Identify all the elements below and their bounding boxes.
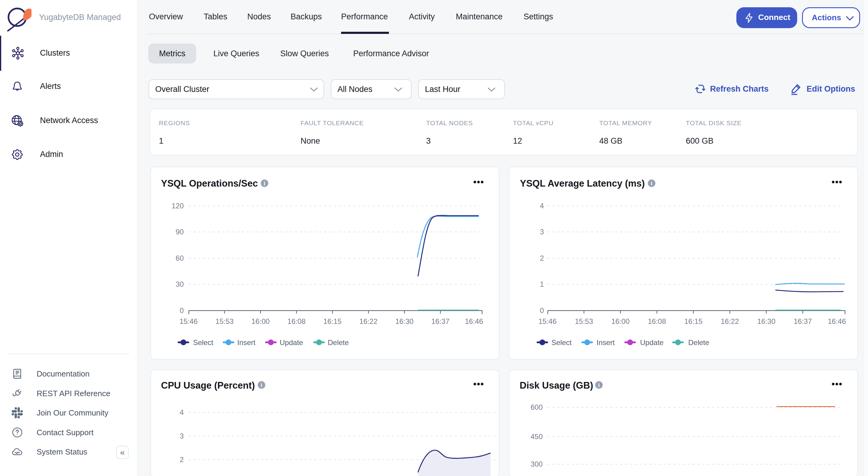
svg-text:16:46: 16:46 — [828, 317, 846, 326]
svg-text:16:37: 16:37 — [431, 317, 450, 326]
svg-text:600: 600 — [531, 403, 542, 411]
svg-text:CPU Usage (Percent): CPU Usage (Percent) — [161, 380, 255, 391]
svg-text:16:00: 16:00 — [251, 317, 270, 326]
svg-text:YSQL Average Latency (ms): YSQL Average Latency (ms) — [520, 178, 645, 189]
svg-text:i: i — [260, 382, 262, 388]
svg-text:16:00: 16:00 — [611, 317, 629, 326]
svg-text:16:15: 16:15 — [323, 317, 341, 326]
svg-text:Disk Usage (GB): Disk Usage (GB) — [520, 380, 593, 391]
svg-text:i: i — [264, 180, 265, 186]
svg-text:3: 3 — [180, 432, 184, 440]
svg-text:2: 2 — [180, 455, 184, 464]
svg-text:Insert: Insert — [596, 338, 615, 347]
svg-text:15:53: 15:53 — [216, 317, 234, 326]
svg-text:16:22: 16:22 — [359, 317, 377, 326]
svg-text:Delete: Delete — [328, 338, 349, 347]
svg-text:16:37: 16:37 — [794, 317, 812, 326]
svg-text:60: 60 — [176, 254, 184, 262]
svg-text:2: 2 — [540, 254, 544, 262]
svg-text:0: 0 — [180, 306, 184, 314]
svg-text:16:30: 16:30 — [757, 317, 775, 326]
svg-text:16:46: 16:46 — [465, 317, 483, 326]
svg-text:16:08: 16:08 — [648, 317, 666, 326]
svg-text:450: 450 — [531, 433, 542, 441]
svg-text:16:15: 16:15 — [684, 317, 703, 326]
svg-text:0: 0 — [540, 306, 544, 314]
svg-text:90: 90 — [176, 228, 184, 236]
svg-text:Select: Select — [551, 338, 572, 347]
svg-text:Update: Update — [280, 338, 303, 347]
svg-text:Update: Update — [640, 338, 663, 347]
svg-text:16:08: 16:08 — [287, 317, 306, 326]
svg-text:3: 3 — [540, 228, 544, 236]
svg-text:Insert: Insert — [237, 338, 255, 347]
svg-text:i: i — [651, 180, 652, 186]
svg-text:Select: Select — [193, 338, 213, 347]
svg-text:1: 1 — [540, 280, 544, 288]
svg-text:i: i — [598, 382, 599, 388]
svg-text:4: 4 — [540, 202, 544, 210]
svg-text:15:46: 15:46 — [538, 317, 557, 326]
svg-text:15:46: 15:46 — [180, 317, 198, 326]
svg-text:4: 4 — [180, 408, 184, 416]
svg-text:30: 30 — [176, 280, 184, 288]
svg-text:Delete: Delete — [688, 338, 709, 347]
svg-text:15:53: 15:53 — [575, 317, 593, 326]
svg-text:16:22: 16:22 — [721, 317, 739, 326]
svg-text:16:30: 16:30 — [395, 317, 413, 326]
svg-text:120: 120 — [172, 202, 184, 210]
svg-text:YSQL Operations/Sec: YSQL Operations/Sec — [161, 178, 258, 189]
svg-text:300: 300 — [531, 460, 542, 468]
